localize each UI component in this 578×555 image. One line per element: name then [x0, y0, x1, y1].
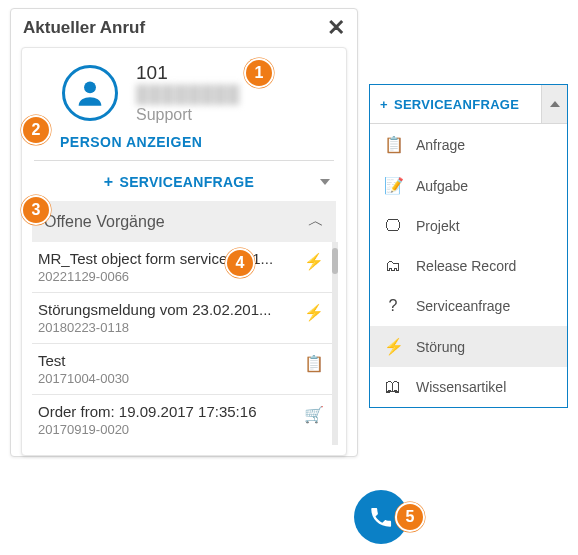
menu-item-label: Störung: [416, 339, 465, 355]
widget-header: Aktueller Anruf ✕: [11, 9, 357, 43]
bolt-icon: ⚡: [384, 337, 402, 356]
menu-item-wissensartikel[interactable]: 🕮 Wissensartikel: [370, 367, 567, 407]
ticket-title: Test: [38, 352, 306, 369]
open-tickets-title: Offene Vorgänge: [44, 213, 165, 231]
ticket-list: MR_Test object form service 29.1... 2022…: [32, 242, 336, 445]
caller-name: ████████: [136, 85, 240, 105]
menu-item-release-record[interactable]: 🗂 Release Record: [370, 246, 567, 286]
menu-item-projekt[interactable]: 🖵 Projekt: [370, 206, 567, 246]
callout-badge-4: 4: [225, 248, 255, 278]
knowledge-icon: 🕮: [384, 378, 402, 396]
ticket-row[interactable]: Test 20171004-0030 📋: [32, 344, 336, 395]
cart-icon: 🛒: [304, 405, 324, 424]
call-card: 101 ████████ Support PERSON ANZEIGEN + S…: [21, 47, 347, 456]
ticket-row[interactable]: Störungsmeldung vom 23.02.201... 2018022…: [32, 293, 336, 344]
plus-icon: +: [104, 173, 114, 191]
service-request-label: SERVICEANFRAGE: [120, 174, 255, 190]
ticket-title: Störungsmeldung vom 23.02.201...: [38, 301, 306, 318]
menu-item-aufgabe[interactable]: 📝 Aufgabe: [370, 165, 567, 206]
project-icon: 🖵: [384, 217, 402, 235]
current-call-widget: Aktueller Anruf ✕ 101 ████████ Support P…: [10, 8, 358, 457]
service-request-menu: + SERVICEANFRAGE 📋 Anfrage 📝 Aufgabe 🖵 P…: [369, 84, 568, 408]
menu-item-label: Anfrage: [416, 137, 465, 153]
open-tickets-header[interactable]: Offene Vorgänge ︿: [32, 201, 336, 242]
ticket-row[interactable]: MR_Test object form service 29.1... 2022…: [32, 242, 336, 293]
bolt-icon: ⚡: [304, 303, 324, 322]
callout-badge-3: 3: [21, 195, 51, 225]
release-icon: 🗂: [384, 257, 402, 275]
menu-item-label: Aufgabe: [416, 178, 468, 194]
menu-header[interactable]: + SERVICEANFRAGE: [370, 85, 567, 124]
chevron-up-icon: ︿: [308, 211, 324, 232]
ticket-id: 20170919-0020: [38, 422, 306, 437]
collapse-button[interactable]: [541, 85, 567, 123]
caller-department: Support: [136, 106, 240, 124]
bolt-icon: ⚡: [304, 252, 324, 271]
plus-icon: +: [380, 97, 388, 112]
phone-icon: [368, 504, 394, 530]
ticket-row[interactable]: Order from: 19.09.2017 17:35:16 20170919…: [32, 395, 336, 445]
chevron-up-icon: [550, 101, 560, 107]
caller-row: 101 ████████ Support: [22, 48, 346, 130]
chevron-down-icon: [320, 179, 330, 185]
service-request-dropdown[interactable]: + SERVICEANFRAGE: [22, 161, 346, 201]
menu-item-label: Serviceanfrage: [416, 298, 510, 314]
menu-header-label: SERVICEANFRAGE: [394, 97, 519, 112]
svg-point-0: [84, 81, 96, 93]
menu-item-label: Release Record: [416, 258, 516, 274]
close-icon[interactable]: ✕: [327, 17, 345, 39]
menu-item-label: Projekt: [416, 218, 460, 234]
task-icon: 📝: [384, 176, 402, 195]
clipboard-icon: 📋: [304, 354, 324, 373]
callout-badge-1: 1: [244, 58, 274, 88]
widget-title: Aktueller Anruf: [23, 18, 145, 38]
ticket-title: MR_Test object form service 29.1...: [38, 250, 306, 267]
avatar-icon: [62, 65, 118, 121]
caller-number: 101: [136, 62, 240, 84]
menu-item-serviceanfrage[interactable]: ? Serviceanfrage: [370, 286, 567, 326]
callout-badge-5: 5: [395, 502, 425, 532]
menu-item-label: Wissensartikel: [416, 379, 506, 395]
ticket-id: 20221129-0066: [38, 269, 306, 284]
menu-item-anfrage[interactable]: 📋 Anfrage: [370, 124, 567, 165]
menu-item-stoerung[interactable]: ⚡ Störung: [370, 326, 567, 367]
ticket-id: 20171004-0030: [38, 371, 306, 386]
show-person-link[interactable]: PERSON ANZEIGEN: [22, 130, 346, 160]
callout-badge-2: 2: [21, 115, 51, 145]
question-icon: ?: [384, 297, 402, 315]
clipboard-icon: 📋: [384, 135, 402, 154]
ticket-title: Order from: 19.09.2017 17:35:16: [38, 403, 306, 420]
ticket-id: 20180223-0118: [38, 320, 306, 335]
